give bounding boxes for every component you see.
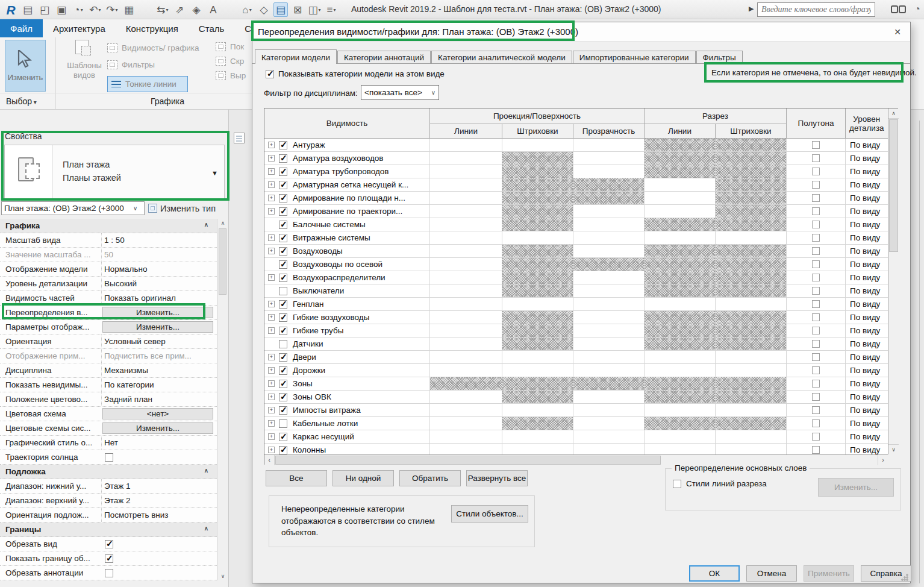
selection-panel-label[interactable]: Выбор [6,96,37,106]
search-box[interactable] [757,2,875,17]
property-row[interactable]: Отображение прим... Подчистить все прим.… [0,349,217,363]
property-value[interactable]: По категории [101,378,217,392]
ok-button[interactable]: ОК [689,565,740,582]
property-value[interactable]: Условный север [101,334,217,348]
ribbon-tab[interactable]: Конструкция [116,19,189,37]
transparency-cell[interactable] [573,192,645,204]
projection-patterns-cell[interactable] [502,258,573,271]
category-visibility-checkbox[interactable] [279,207,287,216]
dialog-tab[interactable]: Категории аналитической модели [431,51,572,64]
expand-icon[interactable] [268,354,275,360]
cut-lines-cell[interactable] [645,245,716,257]
property-value[interactable]: Подчистить все прим... [101,349,217,363]
property-row[interactable]: Цветовые схемы сис... Изменить... Измени… [0,421,217,436]
halftone-checkbox[interactable] [812,154,820,162]
transparency-cell[interactable] [573,377,645,390]
expand-icon[interactable] [268,248,275,254]
header-visibility[interactable]: Видимость [264,108,430,139]
property-value[interactable]: Высокий [101,277,217,290]
category-visibility-checkbox[interactable] [279,446,287,454]
modify-button[interactable]: Изменить [5,40,46,92]
property-value[interactable]: Задний план [101,392,217,406]
category-visibility-checkbox[interactable] [279,300,287,309]
category-visibility-checkbox[interactable] [279,194,287,202]
detail-level-cell[interactable]: По виду [846,245,888,257]
type-selector[interactable]: План этажа Планы этажей ▼ [4,145,225,199]
cut-lines-cell[interactable] [645,231,716,244]
view-templates-button[interactable]: Шаблонывидов [60,40,108,95]
category-visibility-checkbox[interactable] [279,380,287,388]
show-model-categories-checkbox[interactable] [266,70,274,78]
halftone-checkbox[interactable] [812,141,820,149]
ribbon-tab[interactable]: Сталь [189,19,234,37]
projection-lines-cell[interactable] [430,337,502,350]
property-row[interactable]: Масштаб вида 1 : 50 1 : 50 ∧ [0,233,217,248]
projection-patterns-cell[interactable] [502,377,573,390]
cut-patterns-cell[interactable] [716,417,787,430]
separator[interactable] [223,2,237,17]
cut-lines-cell[interactable] [645,337,716,350]
dialog-tab[interactable]: Категории аннотаций [337,51,431,64]
aligned-dimension-icon[interactable]: ⇗ [172,2,187,17]
transparency-cell[interactable] [573,391,645,403]
ribbon-partial-button[interactable]: Выр [216,71,252,80]
transparency-cell[interactable] [573,139,645,151]
cut-patterns-cell[interactable] [716,245,787,257]
projection-lines-cell[interactable] [430,417,502,430]
category-visibility-checkbox[interactable] [279,419,287,428]
cut-patterns-cell[interactable] [716,391,787,403]
property-checkbox[interactable] [105,554,113,563]
category-visibility-checkbox[interactable] [279,393,287,401]
projection-patterns-cell[interactable] [502,430,573,443]
expand-icon[interactable] [268,142,275,148]
table-vertical-scrollbar[interactable]: ∧ ∨ [888,108,899,454]
detail-level-cell[interactable]: По виду [846,178,888,191]
detail-level-cell[interactable]: По виду [846,165,888,178]
property-row[interactable]: Ориентация Условный север Условный север… [0,334,217,349]
category-visibility-checkbox[interactable] [279,406,287,415]
property-edit-button[interactable]: Изменить... [102,307,213,318]
cut-lines-cell[interactable] [645,165,716,178]
expand-icon[interactable] [268,168,275,175]
category-visibility-checkbox[interactable] [279,181,287,189]
header-detail-level[interactable]: Уровендетализа [846,108,888,139]
cut-patterns-cell[interactable] [716,337,787,350]
category-visibility-checkbox[interactable] [279,247,287,256]
property-row[interactable]: Диапазон: верхний у... Этаж 2 Этаж 2 ∧ [0,494,217,508]
transparency-cell[interactable] [573,404,645,416]
projection-patterns-cell[interactable] [502,404,573,416]
halftone-checkbox[interactable] [812,327,820,334]
projection-patterns-cell[interactable] [502,311,573,324]
property-row[interactable]: Показать невидимы... По категории По кат… [0,378,217,392]
cut-lines-cell[interactable] [645,391,716,403]
projection-lines-cell[interactable] [430,391,502,403]
halftone-checkbox[interactable] [812,393,820,401]
cut-lines-cell[interactable] [645,404,716,416]
detail-level-cell[interactable]: По виду [846,139,888,151]
projection-lines-cell[interactable] [430,311,502,324]
halftone-checkbox[interactable] [812,380,820,388]
expand-icon[interactable] [268,433,275,440]
save-icon[interactable]: ▣ [54,2,69,17]
projection-patterns-cell[interactable] [502,231,573,244]
object-styles-button[interactable]: Стили объектов... [451,505,528,523]
cut-lines-cell[interactable] [645,271,716,284]
transparency-cell[interactable] [573,178,645,191]
category-visibility-checkbox[interactable] [279,154,287,163]
header-cut-lines[interactable]: Линии [645,124,716,139]
section-icon[interactable]: ◇ [257,2,271,17]
expand-icon[interactable] [268,274,275,281]
detail-level-cell[interactable]: По виду [846,364,888,377]
projection-lines-cell[interactable] [430,258,502,271]
cut-lines-cell[interactable] [645,444,716,454]
section-collapse-icon[interactable]: ∧ [204,525,208,532]
projection-lines-cell[interactable] [430,364,502,377]
selection-button[interactable]: Ни одной [332,470,394,486]
print-icon[interactable]: ▦ [122,2,136,17]
cut-lines-cell[interactable] [645,324,716,337]
cut-patterns-cell[interactable] [716,152,787,165]
search-input[interactable] [758,3,875,16]
switch-windows-icon[interactable]: ◫ [307,2,322,17]
property-row[interactable]: Положение цветово... Задний план Задний … [0,392,217,407]
projection-patterns-cell[interactable] [502,192,573,204]
